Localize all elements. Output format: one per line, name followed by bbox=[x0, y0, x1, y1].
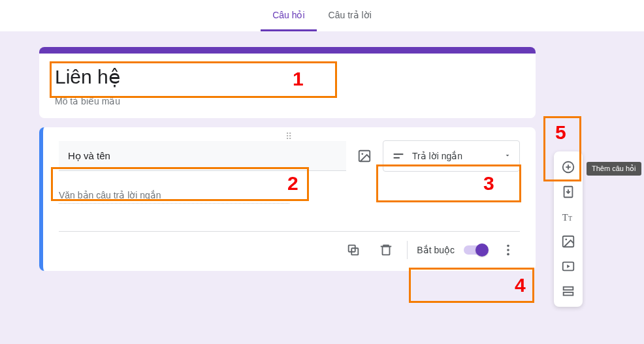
trash-icon bbox=[379, 243, 393, 257]
svg-rect-6 bbox=[383, 247, 390, 255]
tooltip-add-question: Thêm câu hỏi bbox=[587, 162, 641, 176]
more-vertical-icon bbox=[501, 243, 515, 257]
tab-responses-label: Câu trả lời bbox=[329, 10, 372, 20]
short-answer-icon bbox=[391, 149, 406, 163]
video-icon bbox=[561, 259, 575, 274]
add-section-button[interactable] bbox=[556, 279, 580, 303]
duplicate-button[interactable] bbox=[342, 238, 365, 262]
form-tabs: Câu hỏi Câu trả lời bbox=[0, 0, 644, 31]
question-card[interactable]: ⠿ Trả lời ngắn Văn bản câu trả lời ngắn bbox=[39, 127, 536, 271]
question-type-label: Trả lời ngắn bbox=[412, 151, 462, 161]
answer-placeholder-text: Văn bản câu trả lời ngắn bbox=[59, 190, 289, 204]
tab-questions[interactable]: Câu hỏi bbox=[261, 0, 316, 31]
form-header-card[interactable]: Liên hệ Mô tả biểu mẫu bbox=[39, 47, 536, 118]
more-options-button[interactable] bbox=[496, 238, 520, 262]
svg-point-8 bbox=[507, 249, 509, 251]
svg-point-1 bbox=[361, 153, 363, 155]
form-title-input[interactable]: Liên hệ bbox=[55, 65, 520, 88]
add-image-button[interactable] bbox=[355, 147, 374, 165]
tab-questions-label: Câu hỏi bbox=[272, 10, 304, 20]
annotation-num-1: 1 bbox=[293, 68, 304, 90]
add-title-button[interactable]: TT bbox=[556, 205, 580, 228]
add-video-button[interactable] bbox=[556, 255, 580, 278]
required-toggle[interactable] bbox=[464, 245, 487, 255]
text-icon: TT bbox=[561, 210, 575, 224]
add-question-button[interactable] bbox=[556, 155, 580, 179]
drag-handle-icon[interactable]: ⠿ bbox=[285, 131, 293, 142]
svg-rect-20 bbox=[564, 292, 573, 296]
svg-rect-19 bbox=[564, 287, 573, 290]
form-canvas: Liên hệ Mô tả biểu mẫu ⠿ Trả lời ngắn Vă… bbox=[0, 31, 644, 287]
svg-text:T: T bbox=[568, 215, 572, 222]
add-image-toolbar-button[interactable] bbox=[556, 230, 580, 253]
annotation-num-3: 3 bbox=[483, 172, 494, 195]
section-icon bbox=[561, 284, 575, 298]
question-footer: Bắt buộc bbox=[59, 232, 520, 262]
required-label: Bắt buộc bbox=[417, 245, 455, 255]
form-description-input[interactable]: Mô tả biểu mẫu bbox=[55, 96, 520, 106]
chevron-down-icon bbox=[504, 151, 511, 161]
tab-responses[interactable]: Câu trả lời bbox=[317, 0, 383, 31]
svg-point-7 bbox=[507, 245, 509, 247]
question-title-input[interactable] bbox=[59, 141, 346, 171]
duplicate-icon bbox=[346, 243, 361, 257]
question-type-dropdown[interactable]: Trả lời ngắn bbox=[383, 140, 520, 172]
annotation-num-5: 5 bbox=[555, 121, 566, 144]
annotation-num-2: 2 bbox=[287, 172, 298, 195]
image-icon bbox=[357, 149, 372, 163]
delete-button[interactable] bbox=[374, 238, 398, 262]
import-icon bbox=[561, 185, 575, 199]
question-row: Trả lời ngắn bbox=[59, 140, 520, 172]
image-icon bbox=[561, 234, 575, 249]
plus-circle-icon bbox=[561, 160, 575, 174]
side-toolbar: TT bbox=[554, 151, 583, 307]
import-questions-button[interactable] bbox=[556, 180, 580, 204]
svg-point-9 bbox=[507, 253, 509, 256]
footer-separator bbox=[407, 241, 408, 259]
annotation-num-4: 4 bbox=[515, 274, 526, 296]
svg-text:T: T bbox=[562, 212, 568, 223]
svg-point-17 bbox=[565, 238, 567, 240]
